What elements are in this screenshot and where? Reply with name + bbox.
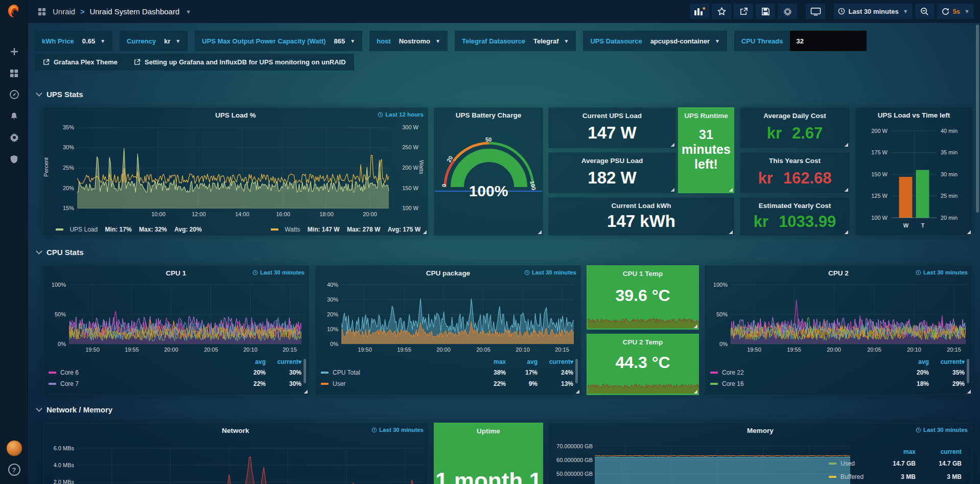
dashboard-title[interactable]: Unraid System Dashboard [89, 7, 179, 16]
panel-resize-handle[interactable] [693, 389, 697, 394]
panel-resize-handle[interactable] [538, 230, 542, 234]
ups-load-chart[interactable] [77, 127, 389, 209]
panel-resize-handle[interactable] [304, 389, 308, 394]
zoom-out-button[interactable] [915, 4, 935, 19]
legend-row-core6[interactable]: Core 6 20% 30% [49, 367, 301, 378]
variable-telegraf-datasource[interactable]: Telegraf Datasource Telegraf ▼ [455, 31, 576, 51]
refresh-button[interactable]: 5s ▼ [937, 4, 974, 19]
panel-resize-handle[interactable] [844, 188, 848, 192]
legend-header-current[interactable]: current▾ [538, 358, 573, 365]
legend-header-max[interactable]: max [870, 448, 916, 455]
dashboard-settings-button[interactable] [778, 4, 797, 19]
panel-resize-handle[interactable] [729, 230, 733, 234]
page-scrollbar[interactable] [976, 25, 979, 213]
breadcrumb-folder[interactable]: Unraid [53, 7, 75, 16]
dashboards-grid-icon[interactable] [9, 67, 20, 79]
legend-header-current[interactable]: current [916, 448, 962, 455]
panel-title[interactable]: CPU 2 [828, 269, 849, 277]
legend-scrollbar[interactable] [304, 359, 306, 383]
legend-row-core7[interactable]: Core 7 22% 30% [49, 378, 301, 389]
legend-scrollbar[interactable] [575, 359, 578, 383]
panel-resize-handle[interactable] [575, 389, 579, 394]
legend-header-current[interactable]: current▾ [929, 358, 965, 365]
link-grafana-plex-theme[interactable]: Grafana Plex Theme [35, 54, 126, 71]
legend-row-core22[interactable]: Core 22 20% 35% [710, 367, 965, 378]
variable-currency[interactable]: Currency kr ▼ [120, 31, 188, 51]
link-grafana-influxdb-guide[interactable]: Setting up Grafana and InfluxDB for UPS … [126, 54, 354, 71]
add-panel-button[interactable] [690, 4, 709, 19]
section-ups-stats[interactable]: UPS Stats [37, 90, 83, 99]
legend-item-ups-load[interactable]: UPS Load Min: 17% Max: 32% Avg: 20% [56, 224, 202, 234]
refresh-interval-label[interactable]: 5s [953, 8, 960, 15]
user-avatar[interactable] [6, 440, 22, 456]
panel-time-override[interactable]: Last 30 minutes [524, 269, 576, 275]
legend-row-cpu-total[interactable]: CPU Total 38% 17% 24% [321, 367, 573, 378]
configuration-gear-icon[interactable] [9, 132, 20, 143]
panel-resize-handle[interactable] [729, 188, 733, 192]
series-color-dash [829, 476, 836, 478]
panel-ups-runtime: UPS Runtime 31 minutes left! [678, 107, 734, 193]
panel-resize-handle[interactable] [967, 389, 971, 394]
grafana-logo-icon[interactable] [6, 4, 22, 19]
panel-title[interactable]: Memory [747, 427, 774, 434]
panel-time-override[interactable]: Last 30 minutes [916, 427, 968, 433]
panel-resize-handle[interactable] [844, 230, 848, 234]
panel-title[interactable]: Network [222, 427, 249, 434]
time-picker-button[interactable]: Last 30 minutes ▼ [834, 4, 912, 19]
panel-current-ups-load: Current UPS Load 147 W [548, 107, 676, 148]
cost-value: 162.68 [783, 169, 832, 188]
legend-header-avg[interactable]: avg [897, 358, 929, 365]
variable-ups-datasource[interactable]: UPS Datasource apcupsd-container ▼ [583, 31, 727, 51]
panel-cpu1-temp: CPU 1 Temp 39.6 °C [587, 265, 699, 330]
legend-row-core16[interactable]: Core 16 18% 29% [710, 378, 965, 389]
alerting-bell-icon[interactable] [9, 110, 20, 122]
explore-compass-icon[interactable] [9, 89, 20, 100]
panel-time-override[interactable]: Last 30 minutes [916, 269, 968, 275]
panel-resize-handle[interactable] [423, 230, 427, 234]
cpu-threads-input[interactable]: 32 [790, 31, 867, 51]
legend-row-user[interactable]: User 22% 9% 13% [321, 378, 573, 389]
star-button[interactable] [712, 4, 731, 19]
server-admin-shield-icon[interactable] [9, 153, 20, 165]
legend-header-current[interactable]: current▾ [266, 358, 301, 365]
dropdown-caret-icon: ▼ [175, 38, 180, 44]
cpu1-chart[interactable] [69, 284, 301, 344]
variable-ups-max-output[interactable]: UPS Max Output Power Capacity (Watt) 865… [195, 31, 362, 51]
legend-row-used[interactable]: Used 14.7 GB 14.7 GB [829, 457, 962, 470]
memory-chart[interactable] [595, 442, 850, 484]
panel-title[interactable]: CPU 1 [166, 269, 186, 277]
panel-time-override[interactable]: Last 30 minutes [252, 269, 305, 275]
section-cpu-stats[interactable]: CPU Stats [37, 248, 84, 257]
legend-header-max[interactable]: max [474, 358, 506, 365]
help-icon[interactable]: ? [8, 464, 20, 476]
panel-resize-handle[interactable] [670, 188, 674, 192]
external-link-icon [134, 59, 141, 65]
panel-title[interactable]: CPU package [426, 269, 470, 277]
legend-item-watts[interactable]: Watts Min: 147 W Max: 278 W Avg: 175 W [271, 224, 421, 234]
panel-resize-handle[interactable] [844, 143, 848, 147]
legend-header-avg[interactable]: avg [234, 358, 266, 365]
variable-kwh-price[interactable]: kWh Price 0.65 ▼ [35, 31, 112, 51]
share-button[interactable] [734, 4, 753, 19]
save-button[interactable] [756, 4, 775, 19]
cpu2-chart[interactable] [731, 284, 966, 344]
panel-resize-handle[interactable] [693, 324, 697, 328]
network-chart[interactable] [77, 442, 423, 484]
panel-time-override[interactable]: Last 30 minutes [371, 427, 424, 433]
cpu-package-chart[interactable] [341, 284, 574, 344]
section-network-memory[interactable]: Network / Memory [37, 405, 112, 414]
variable-host[interactable]: host Nostromo ▼ [369, 31, 448, 51]
legend-row-buffered[interactable]: Buffered 3 MB 3 MB [829, 470, 962, 483]
breadcrumb-separator: > [80, 8, 84, 16]
title-caret-icon[interactable]: ▼ [185, 9, 191, 15]
cycle-view-tv-button[interactable] [806, 4, 825, 19]
battery-gauge[interactable] [434, 108, 544, 236]
panel-resize-handle[interactable] [967, 230, 971, 234]
legend-header-avg[interactable]: avg [506, 358, 538, 365]
panel-time-override[interactable]: Last 12 hours [378, 111, 424, 118]
create-plus-icon[interactable] [9, 46, 20, 57]
panel-resize-handle[interactable] [670, 143, 674, 147]
refresh-caret-icon[interactable]: ▼ [964, 8, 970, 14]
legend-scrollbar[interactable] [967, 359, 969, 383]
panel-title[interactable]: UPS Load % [215, 111, 256, 119]
